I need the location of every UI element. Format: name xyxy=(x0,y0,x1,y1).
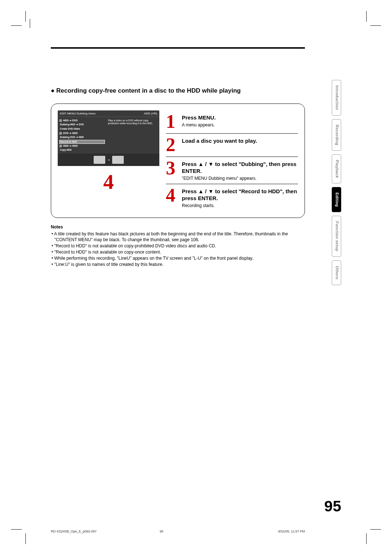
disc-icon xyxy=(59,145,62,147)
step-number: 4 xyxy=(166,187,179,208)
menu-item-dubbing-hdd-dvd: Dubbing HDD ➜ DVD xyxy=(59,123,105,127)
note-item: While performing this recording, "LineU"… xyxy=(51,255,305,262)
step-number: 3 xyxy=(166,160,179,181)
step-desc: Recording starts. xyxy=(182,203,298,208)
step-title: Load a disc you want to play. xyxy=(182,137,298,145)
tab-playback: Playback xyxy=(332,154,341,183)
step-number: 1 xyxy=(166,113,179,130)
device-icon xyxy=(112,156,124,164)
footer-filename: RD-XS24SB_Ope_E_p092-097 xyxy=(51,530,160,533)
step-desc: "EDIT MENU Dubbing menu" appears. xyxy=(182,176,298,181)
step-title: Press ▲ / ▼ to select "Dubbing", then pr… xyxy=(182,161,298,175)
disc-icon xyxy=(59,119,62,122)
note-item: "Record to HDD" is not available on copy… xyxy=(51,249,305,255)
step-2: 2 Load a disc you want to play. xyxy=(166,134,298,157)
step-title: Press MENU. xyxy=(182,114,298,121)
tab-function-setup: Function setup xyxy=(332,216,341,257)
tab-recording: Recording xyxy=(332,119,341,151)
notes-heading: Notes xyxy=(51,224,305,230)
step-3: 3 Press ▲ / ▼ to select "Dubbing", then … xyxy=(166,157,298,184)
tab-editing: Editing xyxy=(332,187,341,212)
note-item: "Record to HDD" is not available on copy… xyxy=(51,243,305,249)
tab-others: Others xyxy=(332,260,341,285)
menu-item-create-dvd: Create DVD-Video xyxy=(59,127,105,131)
note-item: "Line:U" is given to names of title crea… xyxy=(51,262,305,268)
note-item: A title created by this feature has blac… xyxy=(51,231,305,243)
menu-screenshot: EDIT MENU Dubbing menu HDD (VR) HDD ➜ DV… xyxy=(58,110,159,211)
disc-icon xyxy=(59,132,62,135)
menu-row3-icons: HDD ➜ HDD xyxy=(63,145,78,147)
step-desc: A menu appears. xyxy=(182,122,298,127)
footer-page: 95 xyxy=(160,530,196,533)
menu-header-title: EDIT MENU Dubbing menu xyxy=(60,112,95,115)
notes-list: A title created by this feature has blac… xyxy=(51,231,305,268)
menu-item-record-to-hdd: Record to HDD xyxy=(59,140,105,144)
step-number: 2 xyxy=(166,137,179,154)
step-title: Press ▲ / ▼ to select "Record to HDD", t… xyxy=(182,188,298,202)
big-step-4: 4 xyxy=(58,170,159,194)
menu-row2-icons: DVD ➜ HDD xyxy=(63,132,78,135)
page-number: 95 xyxy=(324,498,341,515)
menu-item-copy-hdd: Copy HDD xyxy=(59,148,105,152)
menu-description: Play a video on a DVD without copy prote… xyxy=(106,117,159,154)
top-rule xyxy=(51,47,305,49)
arrow-icon: ➜ xyxy=(107,158,110,162)
side-tabs: Introduction Recording Playback Editing … xyxy=(332,80,341,285)
menu-row1-icons: HDD ➜ DVD xyxy=(63,119,78,122)
steps-list: 1 Press MENU. A menu appears. 2 Load a d… xyxy=(166,110,298,211)
menu-item-dubbing-dvd-hdd: Dubbing DVD ➜ HDD xyxy=(59,135,105,140)
instruction-box: EDIT MENU Dubbing menu HDD (VR) HDD ➜ DV… xyxy=(51,104,305,218)
step-4: 4 Press ▲ / ▼ to select "Record to HDD",… xyxy=(166,184,298,211)
footer: RD-XS24SB_Ope_E_p092-097 95 8/31/05, 11:… xyxy=(51,530,305,533)
footer-datetime: 8/31/05, 11:57 PM xyxy=(196,530,305,533)
tab-introduction: Introduction xyxy=(332,80,341,116)
section-title: ● Recording copy-free content in a disc … xyxy=(51,87,305,94)
step-1: 1 Press MENU. A menu appears. xyxy=(166,110,298,134)
notes-section: Notes A title created by this feature ha… xyxy=(51,224,305,268)
device-icon xyxy=(94,156,105,164)
menu-header-mode: HDD (VR) xyxy=(144,112,157,115)
